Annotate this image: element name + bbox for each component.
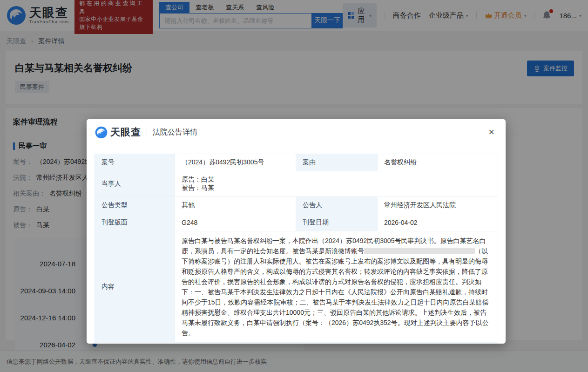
table-row: 公告类型 其他 公告人 常州经济开发区人民法院: [95, 197, 498, 214]
tianyancha-logo-icon: [95, 126, 108, 139]
parties-value: 原告：白某 被告：马某: [175, 171, 498, 197]
publication-date-value: 2026-04-02: [378, 214, 498, 231]
modal-header: 天眼查 法院公告详情 ×: [87, 119, 506, 145]
court-announcement-modal: 天眼查 法院公告详情 × 案号 （2024）苏0492民初3005号 案由 名誉…: [87, 119, 506, 344]
table-row: 案号 （2024）苏0492民初3005号 案由 名誉权纠纷: [95, 154, 498, 171]
defendant-line: 被告：马某: [182, 184, 491, 192]
content-text-part2: （以下简称案涉账号）的注册人和实际使用人。被告在案涉账号上发布的案涉博文以及配图…: [182, 247, 489, 337]
case-number-label: 案号: [95, 154, 175, 171]
announcer-value: 常州经济开发区人民法院: [378, 197, 498, 214]
page: 天眼查 TianYanCha.com 都在用的商业查询工具 国家中小企业发展子基…: [0, 0, 588, 372]
table-row: 刊登版面 G248 刊登日期 2026-04-02: [95, 214, 498, 231]
parties-label: 当事人: [95, 171, 175, 197]
content-value: 原告白某与被告马某名誉权纠纷一案，本院作出（2024）苏0492民初3005号民…: [175, 231, 498, 343]
redacted-account-name: [364, 248, 475, 254]
modal-header-divider: [147, 128, 147, 137]
modal-title: 法院公告详情: [153, 128, 197, 137]
announcement-type-label: 公告类型: [95, 197, 175, 214]
cause-label: 案由: [296, 154, 378, 171]
case-number-value: （2024）苏0492民初3005号: [175, 154, 296, 171]
close-icon[interactable]: ×: [486, 126, 497, 138]
modal-brand-name: 天眼查: [110, 126, 141, 139]
announcement-type-value: 其他: [175, 197, 296, 214]
publication-page-value: G248: [175, 214, 296, 231]
table-row: 内容 原告白某与被告马某名誉权纠纷一案，本院作出（2024）苏0492民初300…: [95, 231, 498, 343]
content-label: 内容: [95, 231, 175, 343]
publication-page-label: 刊登版面: [95, 214, 175, 231]
publication-date-label: 刊登日期: [296, 214, 378, 231]
table-row: 当事人 原告：白某 被告：马某: [95, 171, 498, 197]
cause-value: 名誉权纠纷: [378, 154, 498, 171]
plaintiff-line: 原告：白某: [182, 176, 491, 184]
announcer-label: 公告人: [296, 197, 378, 214]
announcement-table: 案号 （2024）苏0492民初3005号 案由 名誉权纠纷 当事人 原告：白某…: [95, 154, 498, 343]
